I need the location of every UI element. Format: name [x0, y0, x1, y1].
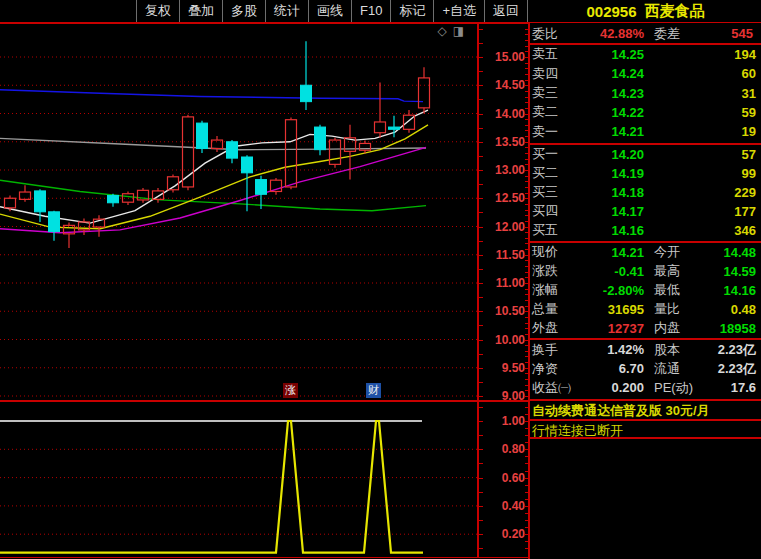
axis-tick-label: 1.00 — [502, 414, 525, 428]
axis-tick — [478, 198, 483, 199]
toolbar-button[interactable]: 统计 — [265, 0, 308, 22]
detail-label-2: 内盘 — [654, 319, 706, 337]
bid-row[interactable]: 买四14.17177 — [530, 202, 761, 221]
ma-magenta — [0, 147, 426, 232]
weibi-label: 委比 — [532, 25, 590, 43]
toolbar-button[interactable]: 画线 — [308, 0, 351, 22]
bid-label[interactable]: 买四 — [532, 202, 590, 220]
fund-value-2: 2.23亿 — [706, 341, 756, 359]
bid-price[interactable]: 14.16 — [590, 223, 644, 238]
ask-label[interactable]: 卖三 — [532, 84, 590, 102]
ask-volume[interactable]: 59 — [644, 105, 756, 120]
toolbar-button[interactable]: 叠加 — [179, 0, 222, 22]
split-window-icon[interactable]: ◨ — [453, 24, 470, 38]
axis-tick-label: 9.50 — [502, 361, 525, 375]
bid-row[interactable]: 买三14.18229 — [530, 183, 761, 202]
chart-corner-icons[interactable]: ◇◨ — [437, 24, 470, 38]
toolbar-button[interactable]: 复权 — [136, 0, 179, 22]
main-candlestick-chart[interactable]: ◇◨ 涨财 — [0, 23, 478, 400]
axis-tick — [478, 396, 483, 397]
fund-label-1: 收益㈠ — [532, 379, 590, 397]
ask-volume[interactable]: 31 — [644, 86, 756, 101]
bid-volume[interactable]: 229 — [644, 185, 756, 200]
axis-tick — [478, 534, 483, 535]
indicator-axis: 1.000.800.600.400.20 — [478, 401, 528, 557]
axis-tick — [478, 29, 483, 30]
axis-tick-label: 12.50 — [495, 191, 525, 205]
candle-up — [330, 140, 341, 164]
ask-price[interactable]: 14.25 — [590, 47, 644, 62]
axis-tick-label: 11.50 — [496, 248, 525, 262]
bid-price[interactable]: 14.19 — [590, 166, 644, 181]
bid-row[interactable]: 买一14.2057 — [530, 145, 761, 164]
ask-label[interactable]: 卖四 — [532, 65, 590, 83]
bid-price[interactable]: 14.17 — [590, 204, 644, 219]
fund-value-2: 17.6 — [706, 380, 756, 395]
diamond-icon[interactable]: ◇ — [437, 24, 452, 38]
candle-up — [286, 120, 297, 187]
detail-value-2: 0.48 — [706, 302, 756, 317]
ask-price[interactable]: 14.22 — [590, 105, 644, 120]
bid-label[interactable]: 买三 — [532, 183, 590, 201]
ask-label[interactable]: 卖一 — [532, 123, 590, 141]
ask-queue: 卖五14.25194卖四14.2460卖三14.2331卖二14.2259卖一1… — [530, 45, 761, 142]
bid-price[interactable]: 14.18 — [590, 185, 644, 200]
weicha-value: 545 — [706, 26, 753, 41]
candle-down — [197, 123, 208, 148]
fund-label-2: 股本 — [654, 341, 706, 359]
ask-row[interactable]: 卖一14.2119 — [530, 122, 761, 141]
ask-row[interactable]: 卖二14.2259 — [530, 103, 761, 122]
bid-volume[interactable]: 57 — [644, 147, 756, 162]
toolbar-button[interactable]: 返回 — [484, 0, 528, 22]
detail-label-1: 外盘 — [532, 319, 590, 337]
axis-tick — [478, 407, 483, 408]
candle-down — [256, 180, 267, 195]
axis-tick — [478, 269, 483, 270]
toolbar-button[interactable]: 标记 — [390, 0, 433, 22]
bid-label[interactable]: 买五 — [532, 221, 590, 239]
bid-volume[interactable]: 346 — [644, 223, 756, 238]
fund-label-1: 换手 — [532, 341, 590, 359]
detail-label-1: 现价 — [532, 243, 590, 261]
axis-tick — [478, 227, 483, 228]
toolbar-button[interactable]: +自选 — [433, 0, 484, 22]
ask-label[interactable]: 卖二 — [532, 103, 590, 121]
bid-row[interactable]: 买五14.16346 — [530, 221, 761, 240]
ask-price[interactable]: 14.21 — [590, 124, 644, 139]
detail-row: 外盘12737内盘18958 — [530, 319, 761, 338]
axis-tick — [478, 325, 483, 326]
axis-tick-label: 10.00 — [495, 333, 525, 347]
ask-volume[interactable]: 19 — [644, 124, 756, 139]
stock-code: 002956 — [586, 3, 636, 20]
ask-row[interactable]: 卖四14.2460 — [530, 64, 761, 83]
sub-chart-bottom-border — [0, 557, 528, 559]
bid-label[interactable]: 买二 — [532, 164, 590, 182]
ask-row[interactable]: 卖三14.2331 — [530, 83, 761, 102]
candle-up — [419, 78, 430, 108]
ask-volume[interactable]: 194 — [644, 47, 756, 62]
bid-label[interactable]: 买一 — [532, 145, 590, 163]
axis-tick — [478, 506, 483, 507]
ask-volume[interactable]: 60 — [644, 66, 756, 81]
axis-tick — [478, 382, 483, 383]
toolbar-button[interactable]: F10 — [351, 0, 390, 22]
fund-label-1: 净资 — [532, 360, 590, 378]
ask-price[interactable]: 14.23 — [590, 86, 644, 101]
ask-label[interactable]: 卖五 — [532, 45, 590, 63]
toolbar-button[interactable]: 多股 — [222, 0, 265, 22]
bid-volume[interactable]: 99 — [644, 166, 756, 181]
axis-tick — [478, 297, 483, 298]
bid-price[interactable]: 14.20 — [590, 147, 644, 162]
ask-row[interactable]: 卖五14.25194 — [530, 45, 761, 64]
bid-volume[interactable]: 177 — [644, 204, 756, 219]
axis-tick — [478, 435, 483, 436]
ask-price[interactable]: 14.24 — [590, 66, 644, 81]
indicator-chart[interactable] — [0, 401, 478, 557]
axis-tick-label: 12.00 — [495, 220, 525, 234]
detail-value-1: 12737 — [590, 321, 644, 336]
bid-row[interactable]: 买二14.1999 — [530, 164, 761, 183]
chart-marker-涨[interactable]: 涨 — [283, 383, 298, 398]
bid-queue: 买一14.2057买二14.1999买三14.18229买四14.17177买五… — [530, 145, 761, 240]
chart-marker-财[interactable]: 财 — [366, 383, 381, 398]
detail-label-2: 今开 — [654, 243, 706, 261]
